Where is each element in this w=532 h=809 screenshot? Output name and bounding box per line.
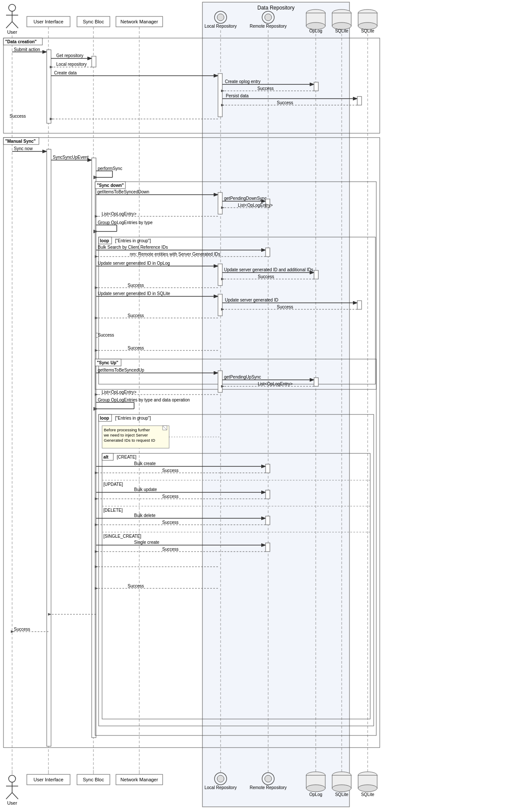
svg-rect-45 [92,56,96,67]
svg-text:Create oplog entry: Create oplog entry [225,79,260,84]
svg-point-11 [217,14,224,21]
svg-rect-99 [266,248,270,257]
svg-text:Success: Success [98,333,114,337]
svg-text:Success: Success [128,283,144,288]
svg-line-195 [12,793,18,799]
svg-text:["Entries in group"]: ["Entries in group"] [115,416,151,421]
svg-point-213 [332,785,351,792]
svg-text:Success: Success [162,494,179,499]
svg-point-217 [358,785,377,792]
svg-line-6 [12,22,18,28]
svg-text:SQLite: SQLite [335,792,349,797]
svg-text:getPendingDownSync: getPendingDownSync [224,196,266,201]
svg-text:Success: Success [277,305,293,309]
svg-text:Success: Success [128,584,144,588]
svg-point-14 [265,14,272,21]
svg-text:Get repository: Get repository [56,53,83,58]
svg-text:Local Repository: Local Repository [205,24,237,29]
svg-point-202 [217,775,224,782]
svg-text:"Sync Up": "Sync Up" [97,360,119,365]
svg-rect-58 [357,96,362,105]
svg-text:Sync now: Sync now [14,146,33,151]
svg-text:"Data creation": "Data creation" [5,39,37,44]
svg-rect-132 [218,371,222,392]
svg-text:SyncSyncUpEvent: SyncSyncUpEvent [53,155,89,160]
actor-user-label: User [7,29,17,35]
svg-text:Submit action: Submit action [14,47,40,52]
svg-text:Success: Success [162,468,179,473]
svg-text:Before processing further: Before processing further [104,427,150,432]
svg-point-209 [306,785,325,792]
svg-text:[CREATE]: [CREATE] [117,455,137,459]
svg-text:List<OpLogEntry>: List<OpLogEntry> [102,390,137,395]
svg-rect-161 [266,464,270,473]
actor-nm-label-top: Network Manager [121,19,158,24]
svg-text:Bulk Search by Client Referenc: Bulk Search by Client Reference IDs [98,245,168,250]
svg-rect-175 [266,516,270,525]
svg-rect-53 [314,82,318,91]
svg-rect-114 [218,294,222,316]
svg-rect-168 [266,490,270,499]
svg-text:"Sync down": "Sync down" [97,183,124,188]
svg-text:Local repository: Local repository [56,62,87,67]
svg-text:Single create: Single create [134,540,160,545]
svg-rect-182 [266,543,270,552]
svg-text:Bulk delete: Bulk delete [134,513,156,518]
actor-ui-label: User Interface [33,19,63,24]
svg-rect-135 [314,378,318,386]
svg-text:we need to inject Server: we need to inject Server [103,433,148,437]
actor-nm-label-bottom: Network Manager [121,777,158,782]
svg-text:Success: Success [258,274,274,279]
svg-text:User Interface: User Interface [33,777,63,782]
svg-text:Success: Success [162,520,179,525]
svg-text:User: User [7,800,17,806]
actor-syncbloc-label-bottom: Sync Bloc [83,777,104,782]
svg-text:"Manual Sync": "Manual Sync" [5,139,36,144]
svg-text:[DELETE]: [DELETE] [103,508,123,513]
svg-text:getPendingUpSync: getPendingUpSync [224,375,261,379]
svg-text:Success: Success [257,86,274,91]
svg-rect-104 [218,264,222,286]
svg-text:performSync: performSync [98,166,122,171]
svg-text:getItemsToBeSyncedUp: getItemsToBeSyncedUp [98,368,144,372]
svg-text:loop: loop [100,238,109,243]
svg-text:Bulk update: Bulk update [134,487,157,492]
svg-text:Success: Success [128,346,144,350]
svg-text:[UPDATE]: [UPDATE] [103,482,123,487]
actor-syncbloc-label-top: Sync Bloc [83,19,104,24]
svg-text:Create data: Create data [54,71,77,75]
svg-text:Update server generated ID in : Update server generated ID in SQLite [98,291,170,296]
svg-text:loop: loop [100,416,109,421]
svg-text:["Entries in group"]: ["Entries in group"] [115,238,151,243]
svg-text:Success: Success [128,313,144,318]
svg-text:OpLog: OpLog [309,792,322,797]
svg-rect-42 [47,50,51,123]
diagram-container: Data Repository User User Interface Sync… [0,0,532,809]
svg-text:alt: alt [103,455,109,459]
svg-text:Update server generated ID in : Update server generated ID in OpLog [98,261,170,266]
svg-text:getItemsToBeSyncedDown: getItemsToBeSyncedDown [97,189,149,194]
svg-text:Remote Repository: Remote Repository [250,785,287,790]
svg-text:Group OpLogEntries by type and: Group OpLogEntries by type and data oper… [98,398,190,402]
svg-rect-0 [202,2,349,807]
svg-point-191 [9,775,16,782]
svg-text:Generated IDs to request ID: Generated IDs to request ID [104,438,155,443]
svg-point-2 [9,4,16,11]
svg-text:Update server generated ID and: Update server generated ID and additiona… [224,267,313,272]
svg-text:Local Repository: Local Repository [205,785,237,790]
svg-rect-68 [47,149,51,746]
svg-point-205 [265,775,272,782]
svg-line-194 [6,793,12,799]
svg-text:[SINGLE_CREATE]: [SINGLE_CREATE] [103,534,141,539]
svg-text:Persist data: Persist data [226,93,249,98]
svg-line-5 [6,22,12,28]
svg-rect-50 [218,74,222,117]
svg-text:Success: Success [14,627,30,632]
svg-text:List<OpLogEntry>: List<OpLogEntry> [238,203,273,208]
svg-text:Update server generated ID: Update server generated ID [225,298,278,302]
svg-text:Success: Success [10,114,26,119]
svg-text:Success: Success [162,547,179,552]
svg-text:List<OpLogEntry>: List<OpLogEntry> [102,212,137,216]
svg-text:Success: Success [277,100,293,105]
svg-text:SQLite: SQLite [361,792,375,797]
